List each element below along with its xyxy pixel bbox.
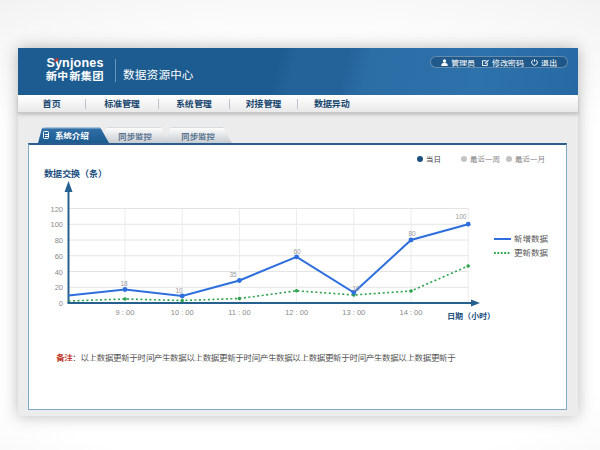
svg-text:80: 80 <box>408 230 416 237</box>
svg-text:20: 20 <box>55 283 63 292</box>
svg-text:更新数据: 更新数据 <box>514 248 548 258</box>
svg-text:新增数据: 新增数据 <box>514 234 548 244</box>
svg-text:35: 35 <box>229 271 237 278</box>
svg-text:100: 100 <box>456 213 467 220</box>
svg-text:40: 40 <box>55 268 63 277</box>
svg-text:10: 10 <box>352 285 360 292</box>
svg-text:9 : 00: 9 : 00 <box>116 308 135 317</box>
svg-text:10: 10 <box>175 287 183 294</box>
svg-text:80: 80 <box>55 236 63 245</box>
svg-text:14 : 00: 14 : 00 <box>400 308 423 317</box>
svg-text:13 : 00: 13 : 00 <box>342 308 365 317</box>
svg-text:60: 60 <box>55 252 63 261</box>
svg-text:60: 60 <box>293 248 301 255</box>
svg-text:120: 120 <box>50 205 63 214</box>
svg-text:10 : 00: 10 : 00 <box>171 308 194 317</box>
svg-text:11 : 00: 11 : 00 <box>228 308 250 317</box>
svg-text:100: 100 <box>50 220 63 229</box>
svg-text:0: 0 <box>59 299 63 308</box>
svg-text:18: 18 <box>120 280 128 287</box>
svg-text:12 : 00: 12 : 00 <box>285 308 308 317</box>
